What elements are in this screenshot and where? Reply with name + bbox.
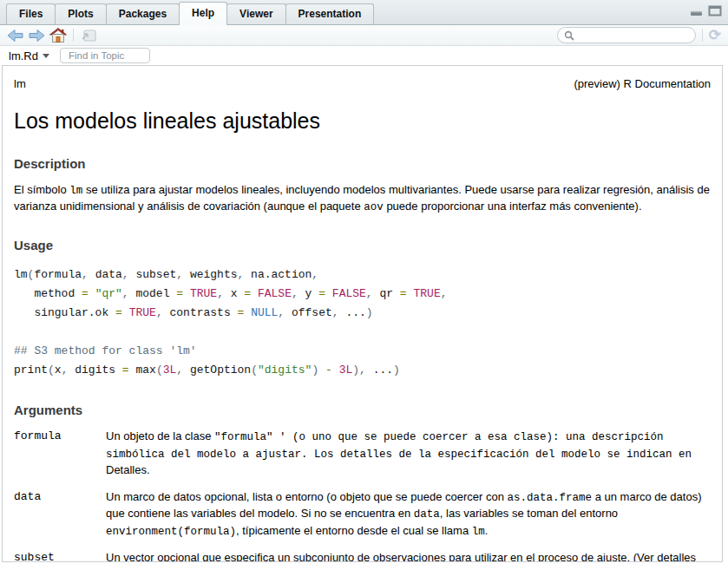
argument-description: Un vector opcional que especifica un sub… <box>106 550 711 562</box>
doc-topic-name: lm <box>14 77 26 90</box>
argument-name: formula <box>14 429 106 489</box>
inline-code: data <box>414 508 440 521</box>
description-paragraph: El símbolo lm se utiliza para ajustar mo… <box>14 182 711 215</box>
page-title: Los modelos lineales ajustables <box>14 108 711 134</box>
argument-name: subset <box>14 550 106 562</box>
refresh-icon[interactable]: ⟳ <box>709 28 721 43</box>
tab-help[interactable]: Help <box>179 2 227 25</box>
code-line: method = "qr", model = TRUE, x = FALSE, … <box>14 285 711 304</box>
help-toolbar: ⟳ <box>0 25 728 46</box>
text-run: El símbolo <box>14 183 69 196</box>
tab-packages[interactable]: Packages <box>106 3 180 24</box>
toolbar-separator <box>73 29 74 42</box>
toolbar-separator <box>702 29 703 42</box>
code-line: ## S3 method for class 'lm' <box>14 342 711 361</box>
text-run: puede proporcionar una interfaz más conv… <box>384 200 642 213</box>
usage-code-block: lm(formula, data, subset, weights, na.ac… <box>14 265 711 380</box>
description-heading: Description <box>14 156 711 171</box>
code-line: print(x, digits = max(3L, getOption("dig… <box>14 361 711 380</box>
tab-viewer[interactable]: Viewer <box>226 3 285 24</box>
home-icon[interactable] <box>49 28 67 43</box>
argument-row: formulaUn objeto de la clase "formula" '… <box>14 429 711 489</box>
usage-heading: Usage <box>14 238 711 252</box>
chevron-down-icon <box>43 54 49 58</box>
argument-row: dataUn marco de datos opcional, lista o … <box>14 489 711 551</box>
code-line <box>14 323 711 342</box>
find-in-topic-input[interactable] <box>60 48 150 63</box>
open-in-new-window-icon[interactable] <box>80 28 97 43</box>
text-run: Un marco de datos opcional, lista o ento… <box>106 490 508 503</box>
argument-row: subsetUn vector opcional que especifica … <box>14 550 711 562</box>
doc-source-label: (preview) R Documentation <box>574 77 711 90</box>
code-line: lm(formula, data, subset, weights, na.ac… <box>14 265 711 285</box>
topic-label: lm.Rd <box>9 49 38 62</box>
tab-plots[interactable]: Plots <box>55 3 106 24</box>
inline-code: as.data.frame <box>508 492 593 504</box>
arguments-table: formulaUn objeto de la clase "formula" '… <box>14 429 711 562</box>
text-run: , típicamente el entorno desde el cual s… <box>236 524 472 537</box>
argument-description: Un objeto de la clase "formula" ' (o uno… <box>106 429 711 489</box>
argument-description: Un marco de datos opcional, lista o ento… <box>106 489 711 551</box>
inline-code: environment(formula) <box>106 526 236 538</box>
topic-selector[interactable]: lm.Rd <box>9 49 49 62</box>
text-run: , las variables se toman del entorno <box>440 507 618 520</box>
help-search-input[interactable] <box>578 30 689 41</box>
inline-code: lm <box>472 526 485 538</box>
arguments-heading: Arguments <box>14 403 711 417</box>
tab-presentation[interactable]: Presentation <box>285 3 375 24</box>
minimize-icon[interactable] <box>690 5 703 16</box>
argument-name: data <box>14 489 106 551</box>
inline-code: lm <box>69 185 82 197</box>
text-run: Detalles. <box>106 463 150 476</box>
doc-header: lm (preview) R Documentation <box>14 77 711 90</box>
maximize-icon[interactable] <box>708 5 722 16</box>
window-controls <box>690 5 722 16</box>
text-run: . <box>485 524 489 537</box>
text-run: Un vector opcional que especifica un sub… <box>106 551 696 562</box>
help-content: lm (preview) R Documentation Los modelos… <box>2 65 723 562</box>
code-line: singular.ok = TRUE, contrasts = NULL, of… <box>14 304 711 323</box>
forward-icon[interactable] <box>28 28 45 43</box>
back-icon[interactable] <box>6 28 23 43</box>
inline-code: aov <box>364 201 384 213</box>
help-search-box <box>557 27 696 43</box>
search-icon <box>564 30 574 41</box>
topic-bar: lm.Rd <box>0 46 728 65</box>
tab-files[interactable]: Files <box>6 3 56 24</box>
pane-tab-bar: FilesPlotsPackagesHelpViewerPresentation <box>0 0 728 25</box>
text-run: Un objeto de la clase <box>106 429 214 442</box>
tab-strip: FilesPlotsPackagesHelpViewerPresentation <box>6 0 373 24</box>
